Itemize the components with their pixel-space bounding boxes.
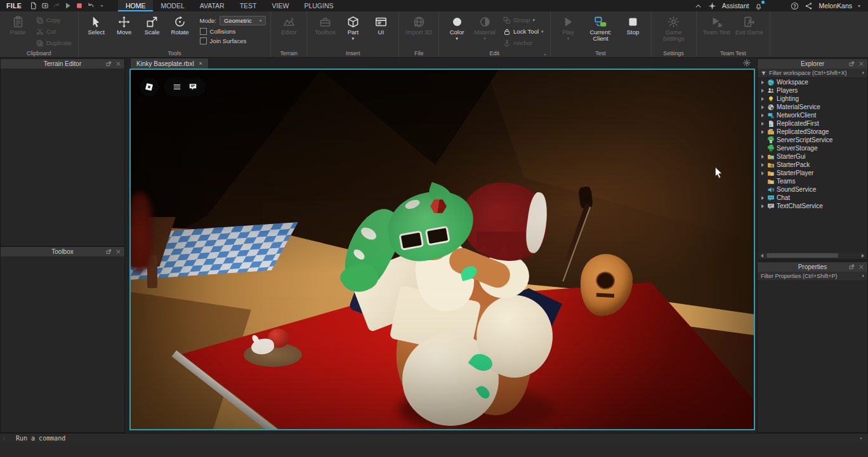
command-bar-caret-icon[interactable]: ▾	[860, 436, 862, 441]
menu-tab-test[interactable]: TEST	[232, 0, 265, 11]
ribbon-lock-tool-button[interactable]: Lock Tool▾	[501, 26, 545, 37]
ribbon-part-button[interactable]: Part▾	[339, 13, 366, 43]
chat-bubble-icon[interactable]	[188, 83, 197, 91]
ribbon-scale-button[interactable]: Scale	[139, 13, 166, 37]
close-icon[interactable]	[858, 61, 864, 67]
username-label[interactable]: MelonKans	[819, 2, 852, 10]
scroll-right-icon[interactable]	[860, 253, 866, 258]
ribbon-move-button[interactable]: Move	[111, 13, 138, 37]
expand-arrow-icon[interactable]	[760, 163, 765, 167]
explorer-item-label: StarterPack	[777, 161, 810, 168]
ribbon-group-tools: SelectMoveScaleRotateMode:Geometric▾Coll…	[79, 11, 272, 57]
tab-close-icon[interactable]: ×	[199, 61, 202, 67]
ribbon-stop-button[interactable]: Stop	[620, 13, 647, 37]
mode-select[interactable]: Geometric▾	[220, 16, 266, 25]
popout-icon[interactable]	[106, 61, 112, 67]
ribbon-group-label: Team Test	[697, 50, 770, 56]
command-bar[interactable]: Run a command ▾	[0, 433, 868, 443]
popout-icon[interactable]	[106, 249, 112, 255]
filter-caret-icon[interactable]: ▾	[862, 70, 864, 76]
explorer-item-chat[interactable]: Chat	[758, 194, 867, 202]
assistant-label[interactable]: Assistant	[722, 2, 749, 10]
document-tab[interactable]: Kinky Baseplate.rbxl ×	[130, 58, 209, 69]
explorer-item-teams[interactable]: Teams	[758, 177, 867, 185]
explorer-item-starterpack[interactable]: StarterPack	[758, 161, 867, 169]
properties-filter-input[interactable]: Filter Properties (Ctrl+Shift+P) ▾	[758, 272, 867, 281]
drag-handle-icon[interactable]	[2, 435, 6, 442]
file-menu[interactable]: FILE	[0, 2, 28, 10]
ribbon-group-label: Settings	[652, 50, 696, 56]
menu-tab-home[interactable]: HOME	[118, 0, 154, 11]
close-icon[interactable]	[115, 61, 121, 67]
checkbox-join-surfaces[interactable]: Join Surfaces	[200, 37, 266, 44]
ribbon-group-label: Terrain	[271, 50, 306, 56]
share-icon[interactable]	[805, 2, 813, 10]
expand-arrow-icon[interactable]	[760, 196, 765, 200]
quickaccess-undo[interactable]	[85, 1, 96, 11]
expand-arrow-icon[interactable]	[760, 81, 765, 84]
expand-arrow-icon[interactable]	[760, 114, 765, 117]
explorer-item-replicatedstorage[interactable]: ReplicatedStorage	[758, 128, 867, 136]
explorer-item-starterplayer[interactable]: StarterPlayer	[758, 169, 867, 177]
explorer-hscrollbar[interactable]	[759, 253, 866, 258]
stop-icon	[76, 2, 83, 10]
ribbon-select-button[interactable]: Select	[83, 13, 110, 37]
scroll-thumb[interactable]	[766, 253, 838, 258]
group-expander-icon[interactable]: ⌄	[543, 51, 548, 56]
explorer-item-networkclient[interactable]: NetworkClient	[758, 111, 867, 119]
collapse-ribbon-icon[interactable]	[694, 2, 702, 10]
expand-arrow-icon[interactable]	[760, 130, 765, 134]
expand-arrow-icon[interactable]	[760, 97, 765, 101]
explorer-item-materialservice[interactable]: MaterialService	[758, 103, 867, 111]
hamburger-icon[interactable]	[173, 83, 181, 91]
viewport-3d[interactable]	[129, 69, 755, 430]
viewport-settings-gear-icon[interactable]	[743, 59, 751, 67]
popout-icon[interactable]	[849, 264, 855, 270]
ribbon-toolbox-button: Toolbox	[312, 13, 338, 37]
popout-icon[interactable]	[849, 61, 855, 67]
explorer-item-startergui[interactable]: StarterGui	[758, 152, 867, 161]
explorer-item-players[interactable]: Players	[758, 86, 867, 95]
menu-tab-avatar[interactable]: AVATAR	[192, 0, 232, 11]
close-icon[interactable]	[115, 249, 121, 255]
explorer-item-lighting[interactable]: Lighting	[758, 95, 867, 103]
ribbon-current-client-button[interactable]: Current: Client	[583, 13, 619, 44]
quickaccess-caret-down[interactable]	[96, 1, 108, 11]
ribbon-rotate-button[interactable]: Rotate	[167, 13, 194, 37]
explorer-item-serverscriptservice[interactable]: ServerScriptService	[758, 136, 867, 144]
ribbon-color-button[interactable]: Color▾	[444, 13, 470, 43]
checkbox-collisions[interactable]: Collisions	[200, 28, 266, 35]
close-icon[interactable]	[858, 264, 864, 270]
explorer-item-serverstorage[interactable]: ServerStorage	[758, 144, 867, 152]
terrain-icon	[283, 16, 295, 28]
expand-arrow-icon[interactable]	[760, 171, 765, 175]
expand-arrow-icon[interactable]	[760, 89, 765, 93]
expand-arrow-icon[interactable]	[760, 105, 765, 109]
expand-arrow-icon[interactable]	[760, 155, 765, 159]
explorer-item-replicatedfirst[interactable]: ReplicatedFirst	[758, 119, 867, 128]
filter-caret-icon[interactable]: ▾	[862, 274, 864, 279]
document-tab-title: Kinky Baseplate.rbxl	[136, 60, 194, 67]
explorer-item-soundservice[interactable]: SoundService	[758, 185, 867, 194]
explorer-filter-input[interactable]: Filter workspace (Ctrl+Shift+X) ▾	[758, 69, 867, 78]
notifications-bell-icon[interactable]	[754, 2, 763, 10]
quickaccess-new-file[interactable]	[28, 1, 39, 11]
quickaccess-open-file[interactable]	[39, 1, 51, 11]
ribbon-group-label: File	[399, 50, 438, 56]
quickaccess-stop[interactable]	[74, 1, 85, 11]
explorer-item-workspace[interactable]: Workspace	[758, 78, 867, 86]
expand-arrow-icon[interactable]	[760, 122, 765, 126]
game-menu-button[interactable]	[140, 77, 159, 96]
text-chat-service-icon	[767, 202, 775, 210]
explorer-item-textchatservice[interactable]: TextChatService	[758, 202, 867, 210]
menu-tab-view[interactable]: VIEW	[265, 0, 297, 11]
ribbon-ui-button[interactable]: UI	[367, 13, 394, 37]
menu-tab-plugins[interactable]: PLUGINS	[296, 0, 341, 11]
menu-tab-model[interactable]: MODEL	[153, 0, 192, 11]
expand-arrow-icon[interactable]	[760, 204, 765, 208]
quickaccess-play[interactable]	[62, 1, 74, 11]
undo-icon	[87, 2, 95, 10]
user-menu-caret-icon[interactable]: ▾	[858, 3, 860, 9]
help-icon[interactable]	[791, 2, 799, 10]
scroll-left-icon[interactable]	[759, 253, 765, 258]
